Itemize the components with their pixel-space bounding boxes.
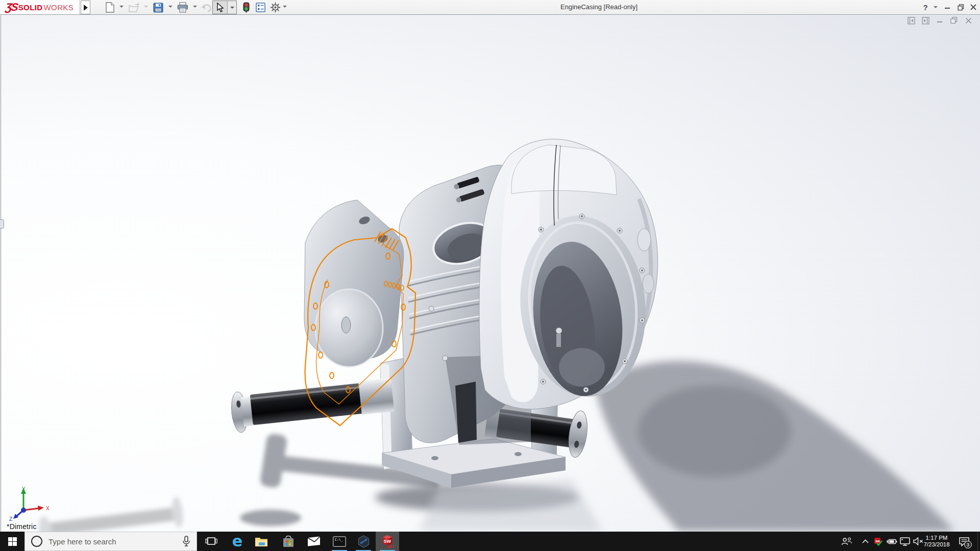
search-input[interactable] (47, 532, 182, 550)
people-icon (841, 537, 852, 545)
engine-casing-model[interactable] (0, 15, 980, 532)
gear-icon (270, 2, 281, 13)
arrow-left-pane-icon (908, 17, 915, 24)
select-tool-button[interactable] (212, 1, 237, 14)
mail-icon (307, 536, 321, 546)
save-dropdown[interactable] (168, 6, 173, 8)
minimize-icon (944, 4, 950, 10)
view-orientation-label: *Dimetric (7, 522, 37, 531)
file-explorer-button[interactable] (250, 532, 273, 551)
reference-triad: Y X Z (8, 485, 54, 521)
notification-badge: 3 (964, 541, 972, 548)
solidworks-logo: ƷS SOLIDWORKS (0, 0, 80, 14)
feature-tree-expand-handle[interactable] (0, 219, 4, 229)
file-properties-button[interactable] (254, 2, 266, 13)
battery-icon (886, 538, 897, 545)
file-explorer-icon (255, 536, 268, 547)
options-dropdown[interactable] (283, 6, 287, 8)
brand-works: WORKS (44, 3, 74, 12)
open-button[interactable] (128, 2, 140, 13)
doc-close-button[interactable] (964, 16, 973, 24)
arrow-left-pane-button[interactable] (906, 16, 916, 24)
start-button[interactable] (0, 532, 24, 551)
taskbar: e C:\_ (0, 532, 980, 551)
properties-list-icon (256, 3, 265, 12)
select-cursor-icon (216, 3, 224, 12)
doc-minimize-icon (937, 17, 943, 24)
triad-y-label: Y (22, 486, 26, 492)
graphics-viewport[interactable]: Y X Z *Dimetric (0, 15, 980, 532)
menu-flyout-button[interactable] (81, 1, 90, 14)
document-window-controls (906, 16, 973, 24)
triad-x-label: X (46, 506, 50, 511)
rebuild-button[interactable] (240, 2, 252, 13)
microsoft-store-button[interactable] (277, 532, 300, 551)
open-dropdown[interactable] (144, 6, 148, 8)
solidworks-tray-button[interactable]: sw (872, 532, 884, 551)
arrow-right-pane-button[interactable] (921, 16, 930, 24)
help-dropdown[interactable] (934, 6, 938, 8)
close-icon (970, 4, 976, 10)
triad-z-label: Z (9, 516, 12, 521)
command-prompt-icon: C:\_ (333, 536, 346, 547)
doc-minimize-button[interactable] (935, 16, 944, 24)
mail-button[interactable] (302, 532, 326, 551)
traffic-light-icon (243, 2, 250, 13)
print-dropdown[interactable] (193, 6, 197, 8)
options-button[interactable] (269, 2, 281, 13)
windows-logo-icon (8, 537, 17, 546)
network-monitor-icon (900, 537, 910, 546)
task-view-button[interactable] (200, 532, 223, 551)
command-prompt-button[interactable]: C:\_ (328, 532, 351, 551)
edrawings-hexagon-icon (357, 535, 370, 548)
open-folder-icon (128, 3, 140, 13)
cortana-icon (31, 536, 42, 547)
document-title: EngineCasing [Read-only] (560, 0, 638, 14)
new-document-icon (105, 2, 115, 13)
command-prompt-text: C:\_ (335, 538, 343, 542)
tray-clock[interactable]: 1:17 PM 7/23/2018 (919, 532, 954, 551)
edrawings-button[interactable] (352, 532, 375, 551)
svg-text:sw: sw (875, 539, 880, 543)
new-document-dropdown[interactable] (119, 6, 124, 8)
task-view-icon (205, 536, 217, 547)
tray-overflow-button[interactable] (860, 532, 871, 551)
minimize-button[interactable] (942, 0, 952, 14)
save-floppy-icon (153, 3, 163, 13)
restore-icon (958, 4, 964, 11)
solidworks-resource-monitor-icon: sw (873, 537, 883, 546)
show-desktop-button[interactable] (977, 532, 980, 551)
people-button[interactable] (840, 532, 854, 551)
save-button[interactable] (152, 2, 164, 13)
brand-solid: SOLID (18, 3, 43, 12)
brand-glyph: ƷS (5, 1, 18, 13)
title-bar: ƷS SOLIDWORKS (0, 0, 980, 15)
printer-icon (177, 2, 188, 13)
solidworks-app-icon: SW 2017 (380, 534, 395, 548)
sw-letters: SW (384, 539, 391, 544)
network-tray-button[interactable] (898, 532, 912, 551)
feature-tree-collapsed-edge (0, 15, 2, 532)
chevron-up-icon (862, 539, 869, 543)
left-shaft[interactable] (230, 376, 395, 434)
new-document-button[interactable] (104, 2, 116, 13)
taskbar-search[interactable] (24, 532, 197, 551)
doc-close-icon (965, 17, 972, 24)
doc-restore-button[interactable] (949, 16, 959, 24)
battery-tray-button[interactable] (885, 532, 898, 551)
flyout-arrow-icon (84, 5, 88, 11)
arrow-right-pane-icon (922, 17, 929, 24)
microphone-icon[interactable] (182, 536, 190, 547)
doc-restore-icon (950, 17, 958, 24)
select-tool-dropdown[interactable] (227, 1, 236, 14)
edge-icon: e (232, 535, 242, 548)
clock-date: 7/23/2018 (923, 541, 949, 548)
undo-button[interactable] (200, 2, 212, 13)
edge-button[interactable]: e (226, 532, 249, 551)
help-button[interactable]: ? (921, 0, 930, 14)
clock-time: 1:17 PM (926, 535, 948, 541)
close-button[interactable] (968, 0, 978, 14)
print-button[interactable] (177, 2, 189, 13)
solidworks-app-button[interactable]: SW 2017 (376, 532, 399, 551)
restore-button[interactable] (955, 0, 966, 14)
